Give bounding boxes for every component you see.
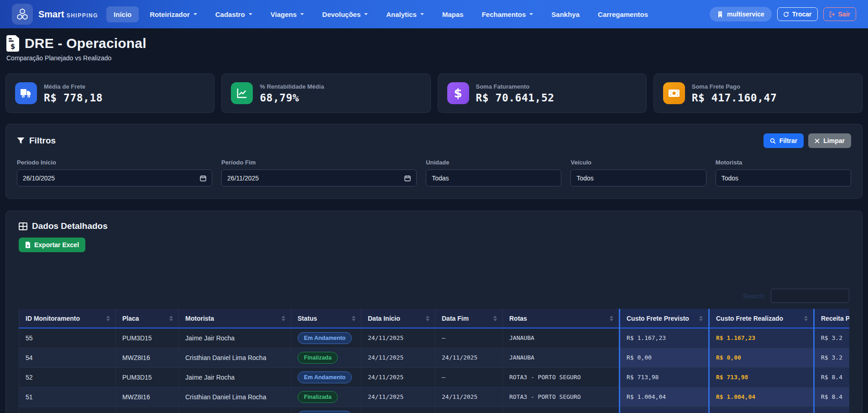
stat-card-faturamento: $ Soma Faturamento R$ 70.641,52: [438, 74, 647, 113]
cell-motorista: Cristhian Daniel Lima Rocha: [179, 387, 291, 407]
cell-status: Finalizada: [291, 387, 361, 407]
nav-item-cadastro[interactable]: Cadastro: [208, 6, 260, 22]
cell-data-inicio: 24/11/2025: [361, 328, 435, 348]
clear-button[interactable]: Limpar: [808, 133, 851, 148]
table-row[interactable]: 52 PUM3D15 Jaime Jair Rocha Em Andamento…: [19, 367, 850, 387]
column-header-motorista[interactable]: Motorista: [179, 309, 291, 328]
stat-value: 68,79%: [260, 92, 324, 104]
cell-status: Em Andamento: [291, 328, 361, 348]
cell-motorista: Jaime Jair Rocha: [179, 328, 291, 348]
cell-data-inicio: 24/11/2025: [361, 387, 435, 407]
periodo-inicio-input[interactable]: 26/10/2025: [17, 169, 212, 186]
nav-item-devolucoes[interactable]: Devoluções: [315, 6, 375, 22]
sort-icon: [282, 316, 285, 321]
cell-custo-realizado: R$ 0,00: [709, 348, 814, 367]
stat-card-rentabilidade: % Rentabilidade Média 68,79%: [221, 74, 430, 113]
sort-icon: [610, 316, 613, 321]
column-header-id[interactable]: ID Monitoramento: [19, 309, 116, 328]
stat-label: Soma Frete Pago: [692, 83, 777, 90]
table-row[interactable]: 51 MWZ8I16 Cristhian Daniel Lima Rocha F…: [19, 387, 850, 407]
column-header-data-fim[interactable]: Data Fim: [435, 309, 503, 328]
table-header-row: ID Monitoramento Placa Motorista Status …: [19, 309, 850, 328]
cell-data-inicio: 22/11/2025: [361, 407, 435, 413]
navbar: SmartSHIPPING Início Roteirizador Cadast…: [0, 0, 868, 28]
table-grid-icon: [19, 222, 27, 230]
nav-item-viagens[interactable]: Viagens: [263, 6, 311, 22]
cell-custo-previsto: R$ 1.167,23: [620, 328, 709, 348]
cell-rotas: JANUARIA: [503, 407, 620, 413]
page-header: $ DRE - Operacional Comparação Planejado…: [5, 28, 863, 62]
table-body: 55 PUM3D15 Jaime Jair Rocha Em Andamento…: [19, 328, 850, 413]
export-excel-button[interactable]: x Exportar Excel: [19, 238, 85, 252]
cell-custo-realizado: R$ 0,00: [709, 407, 814, 413]
field-periodo-inicio: Período Início 26/10/2025: [17, 159, 212, 186]
veiculo-select[interactable]: Todos: [570, 169, 706, 186]
column-header-rotas[interactable]: Rotas: [503, 309, 620, 328]
stat-label: % Rentabilidade Média: [260, 83, 324, 90]
nav-item-inicio[interactable]: Início: [106, 6, 139, 22]
search-label: Search:: [743, 292, 766, 300]
truck-icon: [15, 82, 37, 104]
nav-item-sankhya[interactable]: Sankhya: [544, 6, 587, 22]
cell-custo-realizado: R$ 1.004,04: [709, 387, 814, 407]
motorista-select[interactable]: Todos: [716, 169, 851, 186]
column-header-status[interactable]: Status: [291, 309, 361, 328]
chevron-down-icon: [364, 13, 368, 15]
field-periodo-fim: Período Fim 26/11/2025: [221, 159, 417, 186]
table-search-input[interactable]: [771, 289, 849, 303]
navbar-actions: multiservice Trocar Sair: [710, 7, 856, 21]
banknote-icon: [663, 82, 685, 104]
nav-item-roteirizador[interactable]: Roteirizador: [142, 6, 204, 22]
table-row[interactable]: 47 MWZ8I16 Jaime Jair Rocha Em Andamento…: [19, 407, 850, 413]
column-header-custo-realizado[interactable]: Custo Frete Realizado: [709, 309, 814, 328]
cell-motorista: Jaime Jair Rocha: [179, 407, 291, 413]
cell-placa: MWZ8I16: [116, 387, 179, 407]
cell-receita: R$ 8.4: [814, 387, 850, 407]
cell-receita: R$ 3.2: [814, 348, 850, 367]
filters-panel: Filtros Filtrar Limpar Período Início 26…: [5, 124, 863, 199]
stat-label: Média de Frete: [44, 83, 103, 90]
status-badge: Em Andamento: [298, 411, 352, 413]
svg-text:x: x: [27, 244, 29, 248]
table-row[interactable]: 54 MWZ8I16 Cristhian Daniel Lima Rocha F…: [19, 348, 850, 367]
funnel-icon: [17, 137, 25, 144]
cell-custo-previsto: R$ 0,00: [620, 407, 709, 413]
nav-item-analytics[interactable]: Analytics: [379, 6, 431, 22]
invoice-dollar-icon: $: [5, 35, 20, 52]
logout-icon: [829, 11, 835, 17]
column-header-custo-previsto[interactable]: Custo Frete Previsto: [620, 309, 709, 328]
field-unidade: Unidade Todas: [426, 159, 561, 186]
unidade-select[interactable]: Todas: [426, 169, 561, 186]
status-badge: Finalizada: [298, 391, 338, 403]
nav-item-fechamentos[interactable]: Fechamentos: [475, 6, 541, 22]
chevron-down-icon: [420, 13, 424, 15]
table-row[interactable]: 55 PUM3D15 Jaime Jair Rocha Em Andamento…: [19, 328, 850, 348]
cell-data-inicio: 24/11/2025: [361, 348, 435, 367]
periodo-fim-input[interactable]: 26/11/2025: [221, 169, 417, 186]
nav-item-carregamentos[interactable]: Carregamentos: [591, 6, 655, 22]
cell-custo-realizado: R$ 713,98: [709, 367, 814, 387]
filter-button[interactable]: Filtrar: [763, 133, 804, 148]
tenant-badge[interactable]: multiservice: [710, 7, 772, 21]
cell-custo-previsto: R$ 1.004,04: [620, 387, 709, 407]
stat-label: Soma Faturamento: [476, 83, 554, 90]
chevron-down-icon: [529, 13, 533, 15]
stat-value: R$ 417.160,47: [692, 92, 777, 104]
switch-tenant-button[interactable]: Trocar: [777, 7, 818, 21]
sort-icon: [493, 316, 497, 321]
dollar-icon: $: [447, 82, 469, 104]
brand[interactable]: SmartSHIPPING: [12, 4, 98, 25]
cell-rotas: ROTA3 - PORTO SEGURO: [503, 367, 620, 387]
page-title: DRE - Operacional: [25, 36, 146, 51]
column-header-data-inicio[interactable]: Data Início: [361, 309, 435, 328]
cell-id: 51: [19, 387, 116, 407]
close-icon: [815, 138, 820, 143]
cell-motorista: Cristhian Daniel Lima Rocha: [179, 348, 291, 367]
nav-item-mapas[interactable]: Mapas: [435, 6, 471, 22]
logout-button[interactable]: Sair: [823, 7, 856, 21]
brand-name: Smart: [38, 9, 64, 19]
column-header-receita[interactable]: Receita Prevista: [814, 309, 850, 328]
column-header-placa[interactable]: Placa: [116, 309, 179, 328]
calendar-icon: [404, 175, 411, 181]
cell-id: 55: [19, 328, 116, 348]
